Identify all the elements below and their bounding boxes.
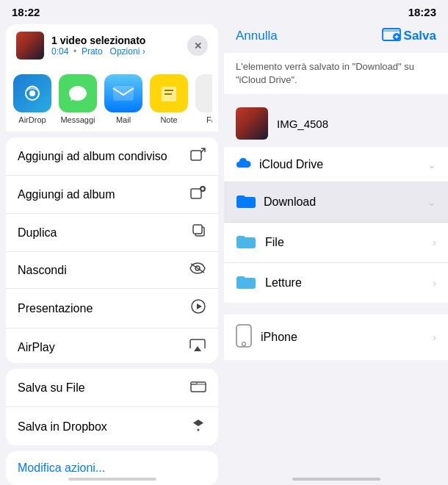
- status-bar-left: 18:22: [0, 0, 224, 21]
- action-label-2: Duplica: [18, 226, 57, 240]
- svg-rect-2: [113, 86, 134, 101]
- action-icon-2: [192, 223, 206, 242]
- icloud-drive-row[interactable]: iCloud Drive ⌄: [224, 147, 448, 182]
- share-title: 1 video selezionato: [51, 35, 187, 46]
- action-list: Aggiungi ad album condiviso Aggiungi ad …: [6, 137, 218, 363]
- letture-folder-icon: [236, 273, 256, 293]
- action-add-shared-album[interactable]: Aggiungi ad album condiviso: [6, 137, 218, 176]
- action-save-files-label: Salva su File: [18, 381, 85, 395]
- save-button[interactable]: Salva: [382, 26, 436, 46]
- action-icon-1: [190, 185, 206, 204]
- app-item-messages[interactable]: Messaggi: [57, 74, 98, 124]
- svg-rect-25: [236, 325, 251, 347]
- dropbox-icon: [190, 417, 206, 436]
- note-label: Note: [160, 115, 177, 124]
- action-slideshow[interactable]: Presentazione: [6, 289, 218, 328]
- time-right: 18:23: [408, 6, 436, 18]
- svg-marker-17: [194, 346, 201, 351]
- modify-label: Modifica azioni...: [18, 461, 105, 474]
- icloud-icon: [236, 157, 252, 172]
- file-folder-icon: [236, 232, 256, 253]
- sub-item-file[interactable]: File ›: [224, 223, 448, 263]
- action-label-4: Presentazione: [18, 302, 93, 315]
- app-item-airdrop[interactable]: AirDrop: [12, 74, 53, 124]
- save-nav: Annulla Salva: [224, 21, 448, 53]
- iphone-row[interactable]: iPhone ›: [224, 309, 448, 360]
- status-bar-right: 18:23: [224, 0, 448, 21]
- action-add-album[interactable]: Aggiungi ad album: [6, 176, 218, 214]
- options-link[interactable]: Opzioni ›: [110, 46, 145, 57]
- time-left: 18:22: [12, 6, 40, 18]
- action-icon-3: [189, 262, 206, 279]
- share-header: 1 video selezionato 0:04 • Prato Opzioni…: [6, 24, 218, 67]
- svg-rect-7: [191, 189, 201, 198]
- file-folder-label: File: [265, 236, 433, 249]
- home-indicator-left: [68, 478, 156, 481]
- file-thumbnail: [236, 107, 268, 140]
- share-subtitle: 0:04 • Prato Opzioni ›: [51, 46, 187, 57]
- more-label: Fa...: [206, 115, 212, 124]
- save-info-box: L'elemento verrà salvato in "Download" s…: [224, 53, 448, 94]
- messages-icon: [59, 74, 97, 112]
- note-icon: [150, 74, 188, 112]
- airdrop-icon: [13, 74, 51, 112]
- file-name: IMG_4508: [277, 118, 328, 130]
- icloud-label: iCloud Drive: [259, 158, 427, 171]
- letture-folder-label: Letture: [265, 276, 433, 290]
- airplay-icon: [189, 338, 206, 356]
- action-airplay[interactable]: AirPlay: [6, 328, 218, 363]
- action-label-5: AirPlay: [18, 341, 55, 354]
- svg-marker-16: [197, 303, 202, 309]
- messages-label: Messaggi: [60, 115, 95, 124]
- left-panel: 18:22 1 video selezionato 0:04 • Prato O…: [0, 0, 224, 485]
- svg-rect-19: [191, 382, 197, 384]
- action-label-3: Nascondi: [18, 264, 67, 277]
- save-label: Salva: [404, 29, 436, 43]
- apps-section: AirDrop Messaggi Mail: [6, 67, 218, 132]
- app-item-mail[interactable]: Mail: [103, 74, 144, 124]
- action-save-dropbox[interactable]: Salva in Dropbox: [6, 407, 218, 445]
- action-hide[interactable]: Nascondi: [6, 252, 218, 289]
- video-thumbnail: [16, 32, 44, 60]
- cloud-section: iCloud Drive ⌄ Download ⌄ File ›: [224, 147, 448, 303]
- iphone-chevron-right: ›: [433, 331, 436, 343]
- svg-point-1: [29, 90, 35, 96]
- sub-items: File › Letture ›: [224, 223, 448, 303]
- svg-point-26: [242, 342, 246, 346]
- files-icon: [190, 378, 206, 397]
- action-list-2: Salva su File Salva in Dropbox: [6, 369, 218, 445]
- more-app-icon: [195, 74, 212, 112]
- duration: 0:04: [51, 46, 68, 57]
- airdrop-label: AirDrop: [18, 115, 46, 124]
- action-icon-4: [190, 298, 206, 318]
- letture-chevron-right: ›: [433, 277, 436, 289]
- iphone-label: iPhone: [261, 331, 433, 344]
- info-text: L'elemento verrà salvato in "Download" s…: [236, 61, 414, 85]
- sub-item-letture[interactable]: Letture ›: [224, 263, 448, 303]
- iphone-device-icon: [236, 324, 252, 351]
- location: Prato: [82, 46, 103, 57]
- action-duplicate[interactable]: Duplica: [6, 214, 218, 252]
- action-save-files[interactable]: Salva su File: [6, 369, 218, 407]
- apps-row: AirDrop Messaggi Mail: [12, 74, 212, 124]
- file-preview-row: IMG_4508: [224, 100, 448, 147]
- close-button[interactable]: ✕: [187, 35, 208, 56]
- download-folder-icon: [236, 192, 256, 212]
- share-info: 1 video selezionato 0:04 • Prato Opzioni…: [51, 35, 187, 57]
- app-item-note[interactable]: Note: [148, 74, 189, 124]
- chevron-down-icon: ⌄: [427, 159, 436, 170]
- svg-point-20: [198, 429, 200, 431]
- folder-save-icon: [382, 26, 401, 46]
- mail-icon: [104, 74, 142, 112]
- action-label-1: Aggiungi ad album: [18, 188, 115, 201]
- action-label-0: Aggiungi ad album condiviso: [18, 150, 167, 163]
- cancel-button[interactable]: Annulla: [236, 29, 278, 43]
- app-item-more[interactable]: Fa...: [194, 74, 212, 124]
- download-chevron-icon: ⌄: [427, 196, 436, 208]
- svg-rect-6: [191, 151, 201, 160]
- file-chevron-right: ›: [433, 237, 436, 248]
- download-row[interactable]: Download ⌄: [224, 182, 448, 223]
- right-panel: 18:23 Annulla Salva L'elemento verrà sal…: [224, 0, 448, 485]
- svg-rect-12: [193, 225, 202, 234]
- download-label: Download: [264, 195, 427, 209]
